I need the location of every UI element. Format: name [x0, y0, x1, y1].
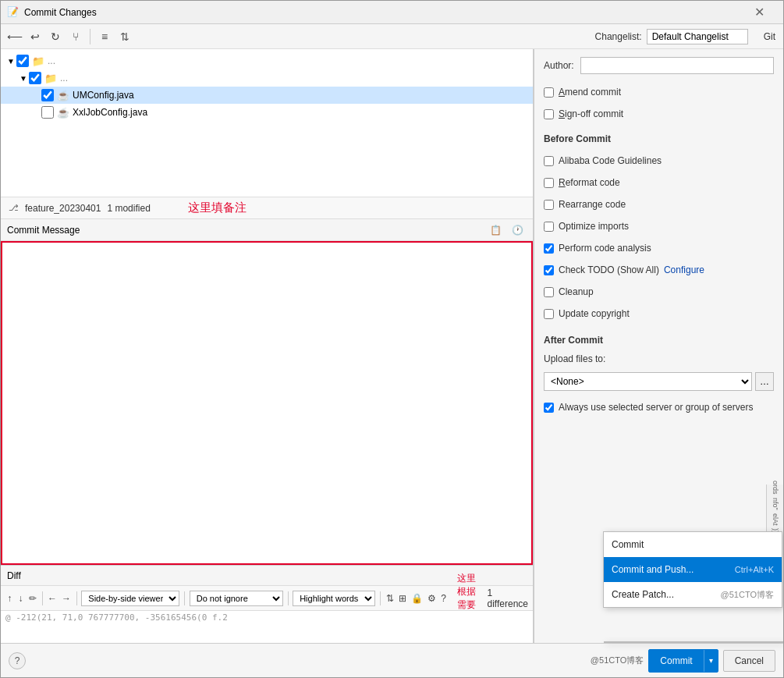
- tree-item-src[interactable]: ▼ 📁 ...: [1, 69, 533, 87]
- configure-link[interactable]: Configure: [664, 264, 704, 275]
- git-tab[interactable]: Git: [761, 30, 779, 44]
- xxljob-filename: XxlJobConfig.java: [73, 107, 147, 118]
- popup-commit-push-row[interactable]: Commit and Push... Ctrl+Alt+K: [604, 557, 782, 582]
- cleanup-label[interactable]: Cleanup: [559, 286, 594, 297]
- diff-lock-btn[interactable]: 🔒: [410, 590, 424, 607]
- rearrange-row: Rearrange code: [544, 196, 774, 213]
- tree-root: ▼ 📁 ... ▼ 📁 ...: [1, 49, 533, 124]
- diff-help-btn[interactable]: ?: [440, 590, 448, 607]
- window-title: Commit Changes: [24, 7, 741, 18]
- cancel-button[interactable]: Cancel: [723, 650, 775, 672]
- diff-button[interactable]: ⑂: [66, 27, 85, 46]
- checkbox-umconfig[interactable]: [41, 89, 54, 101]
- upload-ellipsis-button[interactable]: …: [755, 372, 774, 391]
- close-button[interactable]: ✕: [741, 1, 777, 24]
- diff-options-btn[interactable]: ⇅: [385, 590, 395, 607]
- undo-button[interactable]: ↩: [26, 27, 44, 46]
- cleanup-checkbox[interactable]: [544, 287, 554, 297]
- signoff-label[interactable]: Sign-off commit: [559, 108, 623, 119]
- close-icon: ✕: [754, 5, 764, 20]
- rearrange-checkbox[interactable]: [544, 200, 554, 210]
- diff-highlight-select[interactable]: Highlight words Highlight chars No highl…: [293, 591, 375, 606]
- history-button[interactable]: 🕐: [508, 221, 527, 240]
- perform-label[interactable]: Perform code analysis: [559, 243, 651, 254]
- right-strip-label: ords: [772, 481, 779, 495]
- app-icon: 📝: [7, 6, 20, 19]
- perform-checkbox[interactable]: [544, 243, 554, 254]
- popup-create-patch-row[interactable]: Create Patch... @51CTO博客: [604, 582, 782, 607]
- diff-toolbar: ↑ ↓ ✏ ← → Side-by-side viewer Unified vi…: [1, 586, 533, 611]
- checkbox-root[interactable]: [16, 55, 29, 67]
- commit-message-actions: 📋 🕐: [486, 221, 527, 240]
- template-button[interactable]: 📋: [486, 221, 505, 240]
- right-strip-label2: nfo": [772, 498, 779, 510]
- diff-columns-btn[interactable]: ⊞: [398, 590, 407, 607]
- popup-commit-push-shortcut: Ctrl+Alt+K: [735, 565, 774, 574]
- alwaysuse-checkbox[interactable]: [544, 403, 554, 413]
- popup-commit-label: Commit: [612, 539, 644, 550]
- diff-back-btn[interactable]: ←: [47, 590, 58, 607]
- bottom-bar: ? @51CTO博客 Commit Commit and Push... Ctr…: [1, 643, 783, 677]
- rearrange-label[interactable]: Rearrange code: [559, 199, 626, 210]
- diff-settings-btn[interactable]: ⚙: [427, 590, 437, 607]
- alwaysuse-label[interactable]: Always use selected server or group of s…: [559, 402, 753, 413]
- tree-item-root[interactable]: ▼ 📁 ...: [1, 52, 533, 69]
- right-strip: ords nfo" elAt ));: [766, 485, 783, 531]
- refresh-button[interactable]: ↻: [46, 27, 65, 46]
- optimize-checkbox[interactable]: [544, 222, 554, 232]
- sort-button[interactable]: ≡: [95, 27, 114, 46]
- toggle-src[interactable]: ▼: [18, 74, 29, 83]
- umconfig-filename: UMConfig.java: [73, 90, 134, 101]
- diff-count: 1 difference: [488, 587, 528, 609]
- diff-fwd-btn[interactable]: →: [61, 590, 72, 607]
- checktodo-checkbox[interactable]: [544, 265, 554, 275]
- modified-badge: 1 modified: [107, 203, 150, 214]
- title-bar: 📝 Commit Changes ✕: [1, 1, 783, 24]
- diff-prev-btn[interactable]: ↑: [5, 590, 13, 607]
- toggle-root[interactable]: ▼: [5, 57, 16, 66]
- alibaba-label[interactable]: Alibaba Code Guidelines: [559, 155, 662, 166]
- commit-dropdown-button[interactable]: ▾: [704, 650, 718, 672]
- author-input[interactable]: [580, 57, 774, 74]
- commit-button[interactable]: Commit: [649, 650, 703, 672]
- author-label: Author:: [544, 60, 574, 71]
- help-button[interactable]: ?: [9, 652, 26, 669]
- checkbox-src[interactable]: [29, 72, 41, 84]
- right-strip-label3: elAt: [772, 513, 779, 526]
- checktodo-label[interactable]: Check TODO (Show All): [559, 264, 659, 275]
- diff-viewer-select[interactable]: Side-by-side viewer Unified viewer: [81, 591, 179, 606]
- check-todo-row: Check TODO (Show All) Configure: [544, 261, 774, 279]
- alibaba-row: Alibaba Code Guidelines: [544, 152, 774, 169]
- reformat-label[interactable]: Reformat code: [559, 177, 620, 188]
- changelist-select[interactable]: Default Changelist: [647, 29, 748, 44]
- commit-message-input[interactable]: [1, 241, 533, 565]
- diff-ignore-select[interactable]: Do not ignore Ignore whitespace: [190, 591, 283, 606]
- popup-commit-push-label: Commit and Push...: [612, 564, 694, 575]
- tree-item-xxljob[interactable]: ☕ XxlJobConfig.java: [1, 104, 533, 121]
- move-button[interactable]: ⟵: [5, 27, 24, 46]
- upload-select[interactable]: <None>: [544, 372, 752, 391]
- reformat-checkbox[interactable]: [544, 178, 554, 188]
- main-window: 📝 Commit Changes ✕ ⟵ ↩ ↻ ⑂ ≡ ⇅ Changelis…: [0, 0, 784, 678]
- diff-next-btn[interactable]: ↓: [16, 590, 24, 607]
- alibaba-checkbox[interactable]: [544, 156, 554, 166]
- checkbox-xxljob[interactable]: [41, 106, 54, 119]
- dropdown-popup-inner: Commit Commit and Push... Ctrl+Alt+K Cre…: [603, 531, 782, 608]
- tree-item-umconfig[interactable]: ☕ UMConfig.java: [1, 87, 533, 104]
- diff-edit-btn[interactable]: ✏: [28, 590, 37, 607]
- popup-commit-row[interactable]: Commit: [604, 532, 782, 557]
- optimize-label[interactable]: Optimize imports: [559, 221, 629, 232]
- status-bar-left: ⎇ feature_20230401 1 modified 这里填备注: [1, 197, 533, 219]
- toolbar: ⟵ ↩ ↻ ⑂ ≡ ⇅ Changelist: Default Changeli…: [1, 24, 783, 49]
- perform-row: Perform code analysis: [544, 240, 774, 257]
- updatecopyright-checkbox[interactable]: [544, 309, 554, 319]
- updatecopyright-label[interactable]: Update copyright: [559, 308, 630, 319]
- amend-label[interactable]: Amend commit: [559, 87, 621, 98]
- signoff-checkbox[interactable]: [544, 109, 554, 119]
- group-button[interactable]: ⇅: [115, 27, 134, 46]
- always-use-row: Always use selected server or group of s…: [544, 399, 774, 416]
- cleanup-row: Cleanup: [544, 283, 774, 300]
- dropdown-popup: Commit Commit and Push... Ctrl+Alt+K Cre…: [604, 641, 783, 643]
- amend-checkbox[interactable]: [544, 87, 554, 98]
- src-folder-icon: 📁: [44, 73, 57, 84]
